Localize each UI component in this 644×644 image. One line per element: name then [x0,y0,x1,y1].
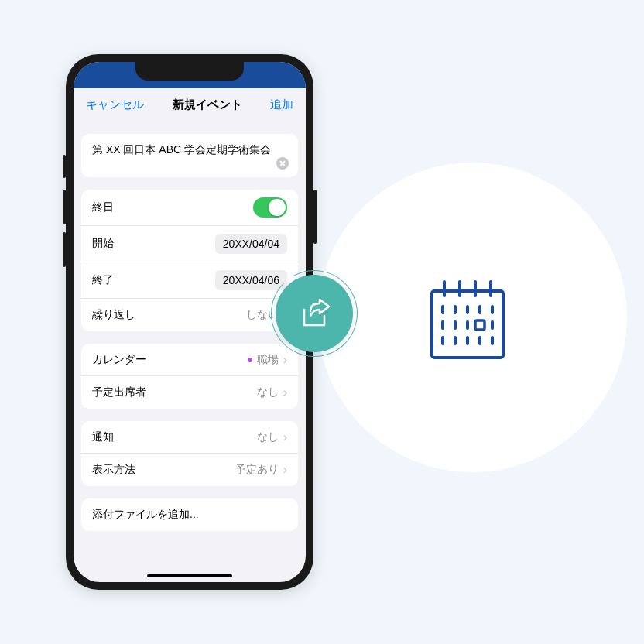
invitees-value: なし [257,385,279,399]
mute-switch [63,155,66,178]
svg-rect-13 [475,320,485,330]
repeat-label: 繰り返し [92,308,135,322]
chevron-right-icon: › [283,353,287,367]
repeat-row[interactable]: 繰り返し しない › [81,299,298,331]
calendar-label: カレンダー [92,353,146,367]
share-icon [295,294,334,333]
all-day-row: 終日 [81,190,298,226]
invitees-label: 予定出席者 [92,385,146,399]
calendar-value: 職場 [257,353,279,367]
calendar-icon [421,274,514,370]
event-title-input[interactable]: 第 XX 回日本 ABC 学会定期学術集会 [92,143,287,157]
nav-bar: キャンセル 新規イベント 追加 [74,88,306,122]
alert-value: なし [257,430,279,444]
start-label: 開始 [92,237,114,251]
title-card: 第 XX 回日本 ABC 学会定期学術集会 [81,134,298,177]
calendar-card: カレンダー 職場 › 予定出席者 なし › [81,344,298,409]
invitees-row[interactable]: 予定出席者 なし › [81,376,298,409]
power-button [313,190,317,244]
alert-label: 通知 [92,430,114,444]
start-row[interactable]: 開始 20XX/04/04 [81,226,298,262]
home-indicator[interactable] [147,574,232,577]
add-attachment-row[interactable]: 添付ファイルを追加... [81,498,298,531]
volume-up [63,190,66,224]
calendar-row[interactable]: カレンダー 職場 › [81,344,298,376]
chevron-right-icon: › [283,430,287,444]
share-badge [276,275,353,352]
clear-icon[interactable] [276,157,289,170]
alert-card: 通知 なし › 表示方法 予定あり › [81,421,298,486]
volume-down [63,232,66,267]
alert-row[interactable]: 通知 なし › [81,421,298,454]
all-day-label: 終日 [92,200,114,214]
start-date[interactable]: 20XX/04/04 [215,234,287,254]
show-as-label: 表示方法 [92,463,135,477]
attachment-label: 添付ファイルを追加... [92,508,199,522]
cancel-button[interactable]: キャンセル [86,98,144,112]
end-date[interactable]: 20XX/04/06 [215,270,287,290]
chevron-right-icon: › [283,463,287,477]
time-card: 終日 開始 20XX/04/04 終了 20XX/04/06 繰り返し しない … [81,190,298,331]
show-as-row[interactable]: 表示方法 予定あり › [81,454,298,486]
all-day-toggle[interactable] [253,197,287,218]
nav-title: 新規イベント [173,98,242,112]
end-label: 終了 [92,273,114,287]
calendar-color-dot [248,358,252,362]
add-button[interactable]: 追加 [270,98,293,112]
end-row[interactable]: 終了 20XX/04/06 [81,262,298,299]
attachment-card: 添付ファイルを追加... [81,498,298,531]
show-as-value: 予定あり [235,463,279,477]
notch [135,62,244,80]
chevron-right-icon: › [283,385,287,399]
